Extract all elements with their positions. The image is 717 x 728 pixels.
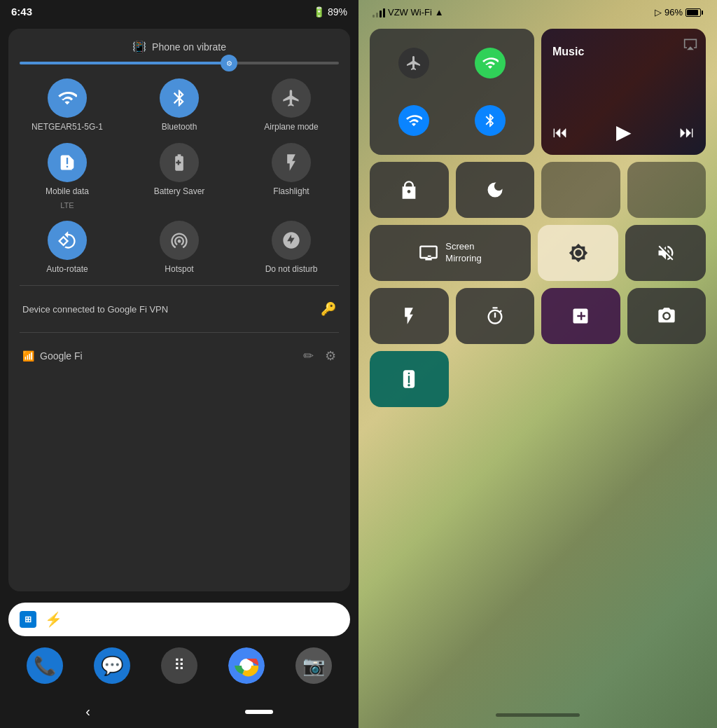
network-label: Google Fi — [40, 350, 83, 362]
divider2 — [20, 332, 339, 333]
ios-extra-row — [370, 351, 706, 407]
brightness-track: ⚙ — [20, 62, 339, 64]
signal-bars — [373, 8, 385, 18]
ios-panel: VZW Wi-Fi ▲ ▷ 96% — [358, 0, 717, 728]
dnd-label: Do not disturb — [265, 264, 318, 274]
tile-airplane[interactable]: Airplane mode — [244, 78, 339, 132]
ios-calculator-btn[interactable] — [541, 288, 620, 344]
tile-mobile-data[interactable]: Mobile data LTE — [20, 143, 115, 209]
ios-middle-empty2 — [627, 162, 706, 218]
ios-wifi-btn[interactable] — [378, 105, 450, 136]
ios-battery-pct: 96% — [664, 7, 683, 18]
ios-music-block: Music ⏮ ▶ ⏭ — [541, 29, 706, 155]
settings-icon[interactable]: ⚙ — [325, 348, 336, 364]
dock-messages[interactable]: 💬 — [94, 647, 130, 684]
brightness-slider[interactable]: ⚙ — [20, 62, 339, 64]
tile-hotspot[interactable]: Hotspot — [132, 221, 227, 274]
battery-saver-icon — [160, 143, 199, 182]
ios-dnd-btn[interactable] — [456, 162, 535, 218]
mobile-data-label: Mobile data — [46, 186, 89, 196]
tile-wifi[interactable]: NETGEAR51-5G-1 — [20, 78, 115, 132]
quick-tiles-grid: NETGEAR51-5G-1 Bluetooth Airplane — [20, 78, 339, 274]
flashlight-label: Flashlight — [273, 186, 309, 196]
bluetooth-icon — [160, 78, 199, 118]
ios-rewind-btn[interactable]: ⏮ — [552, 123, 568, 142]
signal-bar-1 — [373, 15, 375, 18]
ios-timer-btn[interactable] — [456, 288, 535, 344]
network-row: 📶 Google Fi ✏ ⚙ — [20, 341, 339, 371]
vpn-icon: 🔑 — [321, 301, 336, 317]
ios-cellular-btn[interactable] — [455, 48, 527, 78]
battery-icon-android: 🔋 — [313, 6, 325, 18]
dock-camera[interactable]: 📷 — [295, 647, 332, 684]
dock-phone[interactable]: 📞 — [27, 647, 63, 684]
brightness-thumb[interactable]: ⚙ — [221, 55, 237, 71]
signal-bars-icon: 📶 — [22, 350, 34, 362]
ios-middle-row — [370, 162, 706, 218]
hotspot-label: Hotspot — [165, 264, 193, 274]
android-battery-level: 89% — [328, 6, 347, 18]
android-time: 6:43 — [11, 6, 32, 18]
vibrate-row: 📳 Phone on vibrate — [20, 40, 339, 53]
ios-carrier: VZW Wi-Fi — [388, 7, 432, 18]
android-panel: 6:43 🔋 89% 📳 Phone on vibrate ⚙ — [0, 0, 358, 728]
tile-battery-saver[interactable]: Battery Saver — [132, 143, 227, 209]
ios-airplane-btn[interactable] — [378, 48, 450, 78]
ios-status-bar: VZW Wi-Fi ▲ ▷ 96% — [358, 0, 717, 23]
android-status-bar: 6:43 🔋 89% — [0, 0, 358, 23]
network-left: 📶 Google Fi — [22, 350, 83, 362]
divider1 — [20, 285, 339, 286]
ios-remote-btn[interactable] — [370, 351, 449, 407]
vibrate-label: Phone on vibrate — [152, 41, 226, 53]
ios-flashlight-btn[interactable] — [370, 288, 449, 344]
ios-network-block — [370, 29, 534, 155]
nav-back-button[interactable]: ‹ — [85, 703, 90, 720]
ios-top-row: Music ⏮ ▶ ⏭ — [370, 29, 706, 155]
ios-bluetooth-btn-icon — [475, 105, 506, 136]
ios-battery-icon — [685, 8, 703, 17]
mobile-data-icon — [48, 143, 87, 182]
ios-brightness-btn[interactable] — [538, 225, 618, 281]
auto-rotate-label: Auto-rotate — [46, 264, 88, 274]
ios-battery-group: ▷ 96% — [655, 7, 703, 18]
mobile-data-sublabel: LTE — [60, 201, 74, 210]
battery-saver-label: Battery Saver — [154, 186, 205, 196]
ios-airplane-icon — [398, 48, 429, 78]
wifi-icon — [48, 78, 87, 118]
edit-icon[interactable]: ✏ — [303, 348, 314, 364]
hotspot-icon — [160, 221, 199, 260]
signal-bar-4 — [383, 8, 385, 18]
google-fi-icon: ⚡ — [45, 611, 62, 628]
ios-play-btn[interactable]: ▶ — [616, 121, 632, 144]
ios-screen-mirror-btn[interactable]: Screen Mirroring — [370, 225, 531, 281]
screen-mirror-line2: Mirroring — [445, 253, 481, 265]
ios-control-center: Music ⏮ ▶ ⏭ — [358, 23, 717, 708]
tile-auto-rotate[interactable]: Auto-rotate — [20, 221, 115, 274]
airplane-icon — [272, 78, 311, 118]
tile-dnd[interactable]: Do not disturb — [244, 221, 339, 274]
ios-camera-btn[interactable] — [627, 288, 706, 344]
dock-chrome[interactable] — [228, 647, 265, 684]
ios-mute-btn[interactable] — [625, 225, 706, 281]
tile-bluetooth[interactable]: Bluetooth — [132, 78, 227, 132]
flashlight-icon — [272, 143, 311, 182]
network-actions: ✏ ⚙ — [303, 348, 336, 364]
ios-home-indicator[interactable] — [496, 713, 580, 717]
ios-wifi-btn-icon — [398, 105, 429, 136]
ios-music-controls: ⏮ ▶ ⏭ — [552, 121, 695, 144]
ios-location-icon: ▷ — [655, 7, 662, 18]
android-search-bar[interactable]: ⊞ ⚡ — [8, 603, 350, 636]
android-dock: 📞 💬 ⠿ 📷 — [0, 642, 358, 695]
ios-airplay-icon[interactable] — [683, 37, 697, 54]
ios-bluetooth-btn[interactable] — [455, 105, 527, 136]
ios-screen-lock-btn[interactable] — [370, 162, 449, 218]
nav-home-pill[interactable] — [245, 710, 273, 714]
ios-forward-btn[interactable]: ⏭ — [679, 123, 695, 142]
vpn-row[interactable]: Device connected to Google Fi VPN 🔑 — [20, 294, 339, 324]
tile-flashlight[interactable]: Flashlight — [244, 143, 339, 209]
dock-apps[interactable]: ⠿ — [161, 647, 197, 684]
ios-signal-area: VZW Wi-Fi ▲ — [373, 7, 444, 18]
dnd-icon — [272, 221, 311, 260]
ios-middle-empty1 — [541, 162, 620, 218]
ios-screen-mirror-label: Screen Mirroring — [445, 241, 481, 265]
